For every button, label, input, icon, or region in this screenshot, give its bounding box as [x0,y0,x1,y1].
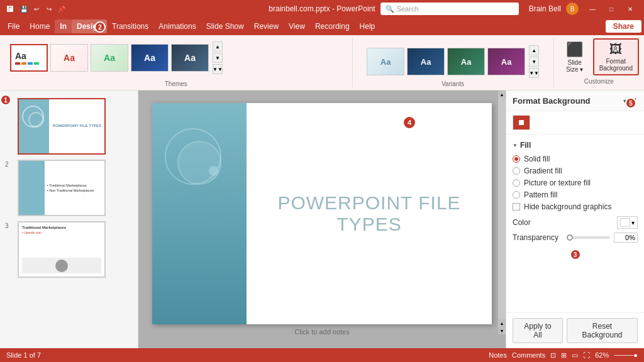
scroll-down-btn[interactable]: ▼ [213,53,223,63]
color-picker-button[interactable]: ▾ [617,216,638,229]
variant-2[interactable]: Aa [407,48,445,75]
pattern-fill-option[interactable]: Pattern fill [513,190,638,199]
picture-fill-option[interactable]: Picture or texture fill [513,178,638,187]
app-icon: 🅿 [5,4,15,14]
canvas-scrollbar[interactable]: ▲ ▲ ▼ [498,90,506,334]
color-label: Color [513,218,531,227]
scroll-expand-btn[interactable]: ▼▼ [213,64,223,74]
view-reading[interactable]: ▭ [572,351,578,359]
variant-1[interactable]: Aa [367,48,404,75]
slide-thumb-3-wrapper[interactable]: 3 Traditional Marketplaces • Upwork.com [0,219,138,280]
fill-section-header[interactable]: ▼ Fill [513,141,638,150]
picture-fill-radio[interactable] [513,179,520,187]
slide-canvas[interactable]: POWERPOINT FILETYPES [152,103,492,324]
color-swatch [620,218,630,227]
undo-icon[interactable]: ↩ [31,4,42,14]
color-dropdown-icon: ▾ [631,219,635,226]
format-background-icon: 🖼 [609,42,622,57]
menu-transitions[interactable]: Transitions [107,19,153,33]
slide-thumb-1-wrapper[interactable]: 1 1 POWERPOINT FILE TYPES [0,96,138,157]
format-panel-footer: Apply to All Reset Background [506,312,644,348]
customize-label: Customize [584,78,614,85]
user-avatar[interactable]: B [566,3,579,15]
pin-icon: 📌 [57,4,67,14]
menu-view[interactable]: View [284,19,310,33]
hide-graphics-option[interactable]: Hide background graphics [513,202,638,211]
gradient-fill-radio[interactable] [513,167,520,175]
slide-panel: 1 1 POWERPOINT FILE TYPES 2 • Traditiona… [0,90,138,348]
close-button[interactable]: ✕ [621,3,639,14]
zoom-slider[interactable]: ────● [614,351,638,359]
title-bar: 🅿 💾 ↩ ↪ 📌 brainbell.com.pptx - PowerPoin… [0,0,644,18]
redo-icon[interactable]: ↪ [44,4,54,14]
quick-access: 💾 ↩ ↪ 📌 [19,4,67,14]
view-presenter[interactable]: ⛶ [583,351,590,359]
solid-fill-label: Solid fill [524,155,550,163]
menu-home[interactable]: Home [25,19,55,33]
apply-all-button[interactable]: Apply to All [513,318,563,343]
format-background-panel: Format Background ▾ ✕ 5 ▼ Fill [506,90,644,348]
menu-recording[interactable]: Recording [310,19,355,33]
variant-scroll-up[interactable]: ▲ [529,45,539,55]
notes-button[interactable]: Notes [489,351,507,359]
color-row: Color ▾ [513,216,638,229]
user-name: Brain Bell [529,4,561,13]
menu-file[interactable]: File [3,19,25,33]
menu-animations[interactable]: Animations [153,19,201,33]
fill-tool-button[interactable] [513,115,530,130]
pattern-fill-radio[interactable] [513,191,520,199]
menu-help[interactable]: Help [355,19,380,33]
format-background-button[interactable]: 🖼 FormatBackground [593,38,639,75]
save-icon[interactable]: 💾 [19,4,29,14]
minimize-button[interactable]: — [584,3,601,14]
slide-2-thumb[interactable]: • Traditional Marketplaces • Non Traditi… [18,160,106,216]
menu-review[interactable]: Review [249,19,284,33]
slide-3-thumb[interactable]: Traditional Marketplaces • Upwork.com [18,221,106,278]
hide-graphics-checkbox[interactable] [513,203,520,211]
format-panel-tools [506,111,644,134]
transparency-slider[interactable] [567,236,610,239]
theme-thumb-2[interactable]: Aa [50,44,88,72]
slide-size-button[interactable]: ⬛ SlideSize ▾ [559,39,591,75]
scroll-down-canvas-2[interactable]: ▼ [498,327,506,334]
slide-1-thumb[interactable]: POWERPOINT FILE TYPES [18,98,106,155]
scroll-down-canvas-1[interactable]: ▲ [498,319,506,327]
variant-3[interactable]: Aa [447,48,485,75]
window-controls: — □ ✕ [584,3,639,14]
search-icon: 🔍 [386,5,394,13]
scroll-up-btn[interactable]: ▲ [213,41,223,52]
comments-button[interactable]: Comments [512,351,545,359]
gradient-fill-option[interactable]: Gradient fill [513,167,638,175]
reset-background-button[interactable]: Reset Background [567,318,638,343]
view-normal[interactable]: ⊡ [550,351,556,359]
themes-label: Themes [165,80,187,87]
add-notes[interactable]: Click to add notes [294,328,349,336]
search-bar[interactable]: 🔍 Search [380,3,519,15]
menu-slideshow[interactable]: Slide Show [201,19,249,33]
format-panel-title: Format Background [513,96,591,106]
variant-4[interactable]: Aa [487,48,525,75]
hide-graphics-label: Hide background graphics [524,202,611,211]
maximize-button[interactable]: □ [602,3,620,14]
step-badge-4: 4 [402,116,416,129]
transparency-input[interactable] [614,233,638,243]
theme-thumb-5[interactable]: Aa [171,44,209,72]
variant-scroll-expand[interactable]: ▼▼ [529,68,539,78]
theme-thumb-1[interactable]: Aa [10,44,48,72]
menu-insert[interactable]: In [55,19,72,33]
scroll-up-canvas[interactable]: ▲ [498,90,506,98]
solid-fill-option[interactable]: Solid fill [513,155,638,163]
theme-thumb-4[interactable]: Aa [131,44,169,72]
variants-section: Aa Aa Aa Aa ▲ ▼ ▼▼ Variants [353,38,554,87]
fill-section-label: Fill [520,141,531,150]
picture-fill-label: Picture or texture fill [524,178,591,187]
gradient-fill-label: Gradient fill [524,167,562,175]
theme-thumb-3[interactable]: Aa [91,44,128,72]
solid-fill-radio[interactable] [513,155,520,163]
slide-thumb-2-wrapper[interactable]: 2 • Traditional Marketplaces • Non Tradi… [0,157,138,219]
view-slide-sorter[interactable]: ⊞ [561,351,567,359]
share-button[interactable]: Share [606,20,641,33]
slider-thumb[interactable] [567,234,573,241]
variants-label: Variants [441,80,464,87]
variant-scroll-down[interactable]: ▼ [529,57,539,67]
